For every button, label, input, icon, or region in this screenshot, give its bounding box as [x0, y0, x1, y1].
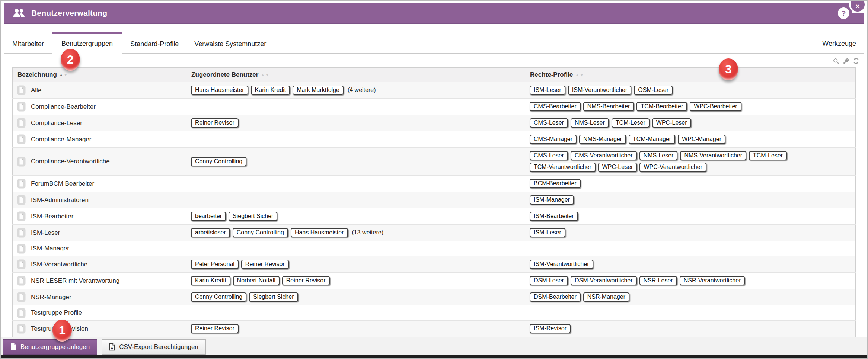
- column-header-rechte-profile[interactable]: Rechte-Profile▲▼: [525, 68, 856, 82]
- profile-chip[interactable]: WPC-Verantwortlicher: [639, 163, 706, 172]
- sort-arrows-icon[interactable]: ▲▼: [59, 73, 68, 77]
- user-chip[interactable]: Reiner Revisor: [241, 260, 289, 269]
- profile-chip[interactable]: BCM-Bearbeiter: [530, 179, 581, 188]
- user-chip[interactable]: Reiner Revisor: [282, 276, 330, 285]
- profile-chip[interactable]: TCM-Leser: [612, 118, 650, 128]
- profile-chip[interactable]: OSM-Leser: [634, 86, 673, 95]
- table-row[interactable]: Testgruppe Profile: [13, 305, 856, 321]
- profile-chip[interactable]: TCM-Manager: [629, 135, 675, 144]
- profile-chip[interactable]: DSM-Bearbeiter: [530, 292, 581, 302]
- user-chip[interactable]: Mark Marktfolge: [293, 86, 344, 95]
- table-row[interactable]: Alle Hans HausmeisterKarin KreditMark Ma…: [13, 82, 856, 99]
- profile-chip[interactable]: CMS-Manager: [530, 135, 577, 144]
- assigned-users-cell: [186, 99, 525, 115]
- csv-export-button[interactable]: x CSV-Export Berechtigungen: [102, 339, 206, 355]
- profile-chip[interactable]: ISM-Manager: [530, 195, 574, 205]
- profile-chip[interactable]: CMS-Leser: [530, 118, 568, 128]
- table-row[interactable]: ForumBCM Bearbeiter BCM-Bearbeiter: [13, 176, 856, 192]
- user-chip[interactable]: bearbeiter: [191, 212, 226, 221]
- profile-chip[interactable]: NMS-Bearbeiter: [583, 102, 634, 111]
- user-chip[interactable]: Hans Hausmeister: [191, 86, 248, 95]
- profile-chip[interactable]: ISM-Leser: [530, 228, 565, 237]
- profile-chip[interactable]: NSR-Leser: [639, 276, 677, 285]
- user-chip[interactable]: Hans Hausmeister: [291, 228, 348, 237]
- profile-chip[interactable]: ISM-Leser: [530, 86, 565, 95]
- profile-chip[interactable]: NMS-Verantwortlicher: [680, 151, 746, 160]
- user-chip[interactable]: arbeitsloser: [191, 228, 230, 237]
- table-row[interactable]: ISM-Verantwortliche Peter PersonalReiner…: [13, 256, 856, 273]
- profile-chip[interactable]: ISM-Revisor: [530, 324, 571, 333]
- profile-chip[interactable]: ISM-Verantwortlicher: [530, 260, 593, 269]
- user-chip[interactable]: Conny Controlling: [191, 292, 246, 302]
- profile-chip[interactable]: DSM-Leser: [530, 276, 568, 285]
- user-chip[interactable]: Siegbert Sicher: [229, 212, 277, 221]
- user-chip[interactable]: Karin Kredit: [191, 276, 230, 285]
- profile-chip[interactable]: TCM-Leser: [749, 151, 787, 160]
- table-row[interactable]: NSR-Manager Conny ControllingSiegbert Si…: [13, 289, 856, 305]
- table-row[interactable]: Compliance-Verantwortliche Conny Control…: [13, 148, 856, 176]
- profile-chip[interactable]: WPC-Manager: [678, 135, 725, 144]
- user-chip[interactable]: Reiner Revisor: [191, 118, 239, 128]
- user-chip[interactable]: Peter Personal: [191, 260, 239, 269]
- profile-chip[interactable]: NMS-Manager: [579, 135, 626, 144]
- column-header-bezeichnung[interactable]: Bezeichnung▲▼: [13, 68, 186, 82]
- profile-chip[interactable]: WPC-Leser: [652, 118, 691, 128]
- table-row[interactable]: ISM-Bearbeiter bearbeiterSiegbert Sicher…: [13, 208, 856, 225]
- table-row[interactable]: ISM-Administratoren ISM-Manager: [13, 192, 856, 208]
- profile-chip[interactable]: NSR-Manager: [583, 292, 629, 302]
- profile-chip[interactable]: WPC-Leser: [598, 163, 637, 172]
- assigned-users-cell: Peter PersonalReiner Revisor: [186, 256, 525, 273]
- assigned-users-cell: Hans HausmeisterKarin KreditMark Marktfo…: [186, 82, 525, 99]
- user-chip[interactable]: Reiner Revisor: [191, 324, 239, 333]
- table-row[interactable]: Compliance-Bearbeiter CMS-BearbeiterNMS-…: [13, 99, 856, 115]
- profile-chip[interactable]: TCM-Verantwortlicher: [530, 163, 596, 172]
- profile-chip[interactable]: NMS-Leser: [639, 151, 678, 160]
- profile-chip[interactable]: CMS-Verantwortlicher: [571, 151, 637, 160]
- profile-chip[interactable]: NSR-Verantwortlicher: [680, 276, 745, 285]
- refresh-icon[interactable]: [853, 58, 859, 64]
- tab-benutzergruppen[interactable]: Benutzergruppen: [52, 32, 122, 54]
- profile-chip[interactable]: CMS-Leser: [530, 151, 568, 160]
- tab-mitarbeiter[interactable]: Mitarbeiter: [4, 35, 52, 54]
- footer-bar: Benutzergruppe anlegen x CSV-Export Bere…: [1, 337, 867, 357]
- tools-link[interactable]: Werkzeuge: [822, 40, 856, 48]
- titlebar: Benutzerverwaltung ?: [4, 3, 864, 24]
- annotation-badge-1: 1: [52, 320, 72, 342]
- table-row[interactable]: Testgruppe Revision Reiner Revisor ISM-R…: [13, 321, 856, 337]
- user-chip[interactable]: Conny Controlling: [191, 157, 246, 166]
- profile-chip[interactable]: WPC-Bearbeiter: [690, 102, 741, 111]
- annotation-badge-3: 3: [719, 58, 738, 80]
- more-users-label: (13 weitere): [352, 229, 383, 235]
- profile-chip[interactable]: DSM-Verantwortlicher: [571, 276, 637, 285]
- profile-chip[interactable]: CMS-Bearbeiter: [530, 102, 581, 111]
- table-row[interactable]: Compliance-Manager CMS-ManagerNMS-Manage…: [13, 131, 856, 148]
- assigned-users-cell: [186, 192, 525, 208]
- table-row[interactable]: Compliance-Leser Reiner Revisor CMS-Lese…: [13, 115, 856, 131]
- sort-arrows-icon[interactable]: ▲▼: [261, 73, 269, 77]
- user-chip[interactable]: Norbert Notfall: [233, 276, 280, 285]
- group-document-icon: [17, 276, 26, 286]
- sort-arrows-icon[interactable]: ▲▼: [575, 73, 584, 77]
- table-row[interactable]: NSR LESER mit Verantwortung Karin Kredit…: [13, 273, 856, 289]
- tab-standard-profile[interactable]: Standard-Profile: [122, 35, 186, 54]
- user-chip[interactable]: Karin Kredit: [251, 86, 290, 95]
- wrench-icon[interactable]: [843, 58, 849, 64]
- user-chip[interactable]: Siegbert Sicher: [249, 292, 298, 302]
- assigned-users-cell: [186, 241, 525, 256]
- column-header-zugeordnete-benutzer[interactable]: Zugeordnete Benutzer▲▼: [186, 68, 525, 82]
- rights-profiles-cell: DSM-LeserDSM-VerantwortlicherNSR-LeserNS…: [525, 273, 856, 289]
- table-row[interactable]: ISM-Leser arbeitsloserConny ControllingH…: [13, 225, 856, 241]
- profile-chip[interactable]: ISM-Bearbeiter: [530, 212, 578, 221]
- help-button[interactable]: ?: [838, 7, 849, 19]
- profile-chip[interactable]: TCM-Bearbeiter: [636, 102, 687, 111]
- profile-chip[interactable]: ISM-Verantwortlicher: [568, 86, 632, 95]
- profile-chip[interactable]: NMS-Leser: [571, 118, 609, 128]
- user-chip[interactable]: Conny Controlling: [233, 228, 288, 237]
- more-users-label: (4 weitere): [348, 87, 376, 93]
- bottom-edge: [1, 355, 867, 358]
- tab-verwaiste-systemnutzer[interactable]: Verwaiste Systemnutzer: [186, 35, 274, 54]
- search-icon[interactable]: [833, 58, 839, 64]
- group-name: ISM-Administratoren: [31, 196, 89, 204]
- table-row[interactable]: ISM-Manager: [13, 241, 856, 256]
- create-group-button[interactable]: Benutzergruppe anlegen: [3, 339, 97, 355]
